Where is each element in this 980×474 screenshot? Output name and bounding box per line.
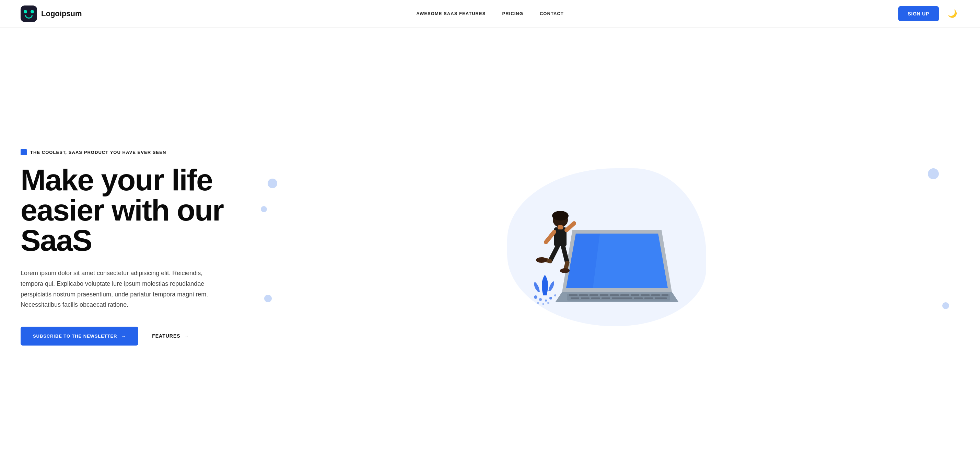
svg-line-26: [546, 232, 554, 242]
dark-mode-toggle[interactable]: 🌙: [946, 7, 959, 21]
subscribe-arrow: →: [121, 334, 126, 339]
signup-button[interactable]: SIGN UP: [898, 6, 939, 21]
nav-link-pricing[interactable]: PRICING: [502, 11, 523, 16]
svg-rect-6: [579, 294, 588, 296]
svg-point-24: [552, 211, 569, 220]
svg-rect-15: [571, 297, 579, 299]
svg-rect-21: [644, 297, 653, 299]
svg-point-42: [547, 302, 549, 304]
svg-rect-34: [558, 225, 563, 230]
svg-point-41: [542, 303, 544, 305]
hero-title-line1: Make your life: [21, 163, 212, 197]
svg-rect-14: [662, 294, 668, 296]
illustration-wrapper: [511, 168, 703, 326]
svg-rect-22: [655, 297, 667, 299]
svg-point-39: [554, 294, 556, 297]
logo-link[interactable]: Logoipsum: [21, 5, 82, 22]
nav-link-features[interactable]: AWESOME SAAS FEATURES: [416, 11, 485, 16]
svg-point-40: [537, 302, 539, 304]
svg-point-37: [545, 300, 547, 302]
logo-icon: [21, 5, 37, 22]
svg-rect-9: [610, 294, 619, 296]
logo-text: Logoipsum: [41, 9, 82, 18]
hero-left: THE COOLEST, SAAS PRODUCT YOU HAVE EVER …: [21, 149, 254, 345]
hero-section: THE COOLEST, SAAS PRODUCT YOU HAVE EVER …: [0, 27, 980, 474]
nav-link-contact[interactable]: CONTACT: [540, 11, 564, 16]
circle-decoration-4: [928, 168, 939, 179]
svg-rect-13: [651, 294, 660, 296]
svg-rect-18: [601, 297, 610, 299]
hero-badge: THE COOLEST, SAAS PRODUCT YOU HAVE EVER …: [21, 149, 254, 155]
hero-title-line3: SaaS: [21, 223, 92, 257]
svg-line-30: [563, 246, 567, 263]
circle-decoration-5: [942, 302, 949, 309]
hero-actions: SUBSCRIBE TO THE NEWSLETTER → FEATURES →: [21, 327, 254, 346]
svg-rect-19: [612, 297, 632, 299]
nav-right: SIGN UP 🌙: [898, 6, 959, 21]
hero-title: Make your life easier with our SaaS: [21, 165, 254, 255]
svg-line-27: [566, 223, 574, 230]
svg-rect-10: [620, 294, 629, 296]
badge-text: THE COOLEST, SAAS PRODUCT YOU HAVE EVER …: [30, 150, 166, 155]
svg-point-32: [536, 257, 547, 263]
logo-smile: [25, 15, 33, 19]
navbar: Logoipsum AWESOME SAAS FEATURES PRICING …: [0, 0, 980, 27]
svg-rect-5: [569, 294, 578, 296]
hero-description: Lorem ipsum dolor sit amet consectetur a…: [21, 268, 220, 310]
hero-right: [254, 158, 959, 337]
svg-rect-8: [600, 294, 608, 296]
circle-decoration-3: [264, 295, 272, 302]
svg-point-35: [534, 295, 537, 299]
nav-links: AWESOME SAAS FEATURES PRICING CONTACT: [416, 11, 564, 16]
badge-bar-icon: [21, 149, 27, 155]
svg-rect-11: [631, 294, 639, 296]
svg-point-38: [549, 297, 552, 300]
circle-decoration-2: [261, 206, 267, 212]
hero-title-line2: easier with our: [21, 193, 223, 227]
circle-decoration-1: [268, 179, 277, 188]
features-label: FEATURES: [152, 333, 180, 339]
subscribe-label: SUBSCRIBE TO THE NEWSLETTER: [33, 334, 117, 339]
features-button[interactable]: FEATURES →: [152, 333, 189, 339]
svg-rect-17: [591, 297, 600, 299]
subscribe-button[interactable]: SUBSCRIBE TO THE NEWSLETTER →: [21, 327, 138, 346]
features-arrow: →: [184, 333, 189, 339]
svg-point-36: [539, 298, 542, 301]
svg-line-28: [550, 246, 558, 261]
svg-rect-12: [641, 294, 649, 296]
svg-point-33: [560, 268, 570, 273]
svg-rect-7: [590, 294, 598, 296]
svg-rect-16: [581, 297, 590, 299]
svg-rect-20: [634, 297, 643, 299]
